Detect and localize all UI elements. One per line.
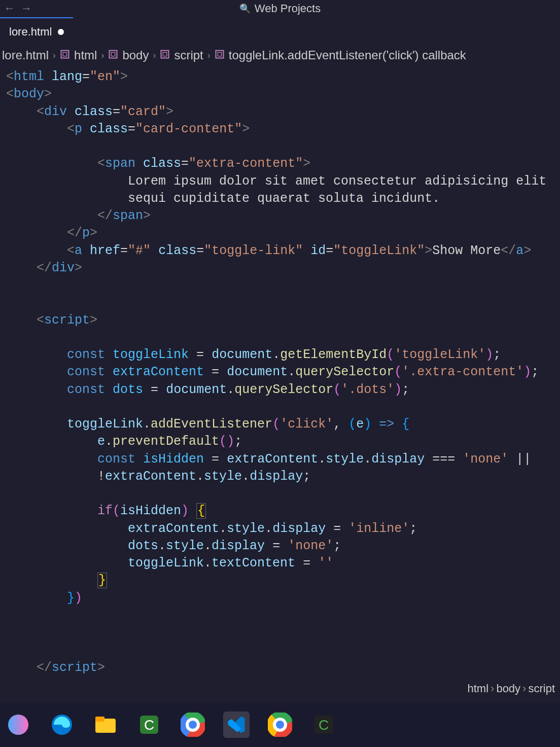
edge-taskbar-icon[interactable]: [49, 712, 75, 738]
breadcrumb-item[interactable]: html: [74, 48, 97, 62]
explorer-taskbar-icon[interactable]: [92, 712, 119, 738]
svg-rect-11: [95, 717, 104, 722]
copilot-taskbar-icon[interactable]: [5, 712, 31, 738]
tab-label: lore.html: [9, 25, 52, 39]
chevron-right-icon: ›: [207, 50, 211, 61]
code-line[interactable]: </p>: [6, 225, 560, 242]
svg-rect-0: [61, 51, 69, 58]
chevron-right-icon: ›: [153, 50, 156, 61]
code-line[interactable]: sequi cupiditate quaerat soluta incidunt…: [6, 190, 560, 207]
code-line[interactable]: extraContent.style.display = 'inline';: [6, 520, 560, 538]
svg-rect-7: [218, 52, 222, 56]
search-text: Web Projects: [255, 2, 321, 15]
breadcrumb[interactable]: lore.html›html›body›script›toggleLink.ad…: [0, 45, 560, 65]
code-line[interactable]: const toggleLink = document.getElementBy…: [6, 346, 560, 364]
code-line[interactable]: e.preventDefault();: [6, 433, 560, 450]
chrome-taskbar-icon[interactable]: [180, 712, 206, 738]
code-line[interactable]: <span class="extra-content">: [6, 155, 560, 172]
unsaved-dot-icon: [58, 29, 64, 35]
code-line[interactable]: <p class="card-content">: [6, 121, 560, 138]
code-line[interactable]: </script>: [6, 659, 560, 677]
breadcrumb-item[interactable]: body: [122, 48, 149, 62]
camtasia-taskbar-icon[interactable]: C: [136, 712, 162, 738]
code-line[interactable]: dots.style.display = 'none';: [6, 538, 560, 555]
code-line[interactable]: [6, 277, 560, 294]
chevron-right-icon: ›: [522, 682, 526, 695]
title-bar: ← → 🔍 Web Projects: [0, 0, 560, 17]
svg-rect-1: [63, 52, 67, 56]
svg-point-8: [8, 715, 28, 735]
code-line[interactable]: [6, 294, 560, 311]
status-bar: html›body›script: [468, 681, 561, 696]
code-line[interactable]: [6, 485, 560, 503]
code-line[interactable]: toggleLink.textContent = '': [6, 555, 560, 572]
code-line[interactable]: toggleLink.addEventListener('click', (e)…: [6, 416, 560, 433]
code-line[interactable]: }): [6, 590, 560, 607]
code-line[interactable]: [6, 624, 560, 642]
search-icon: 🔍: [239, 3, 251, 14]
code-line[interactable]: [6, 607, 560, 624]
svg-rect-4: [161, 51, 169, 58]
code-line[interactable]: [6, 642, 560, 659]
symbol-icon: [108, 48, 118, 62]
code-line[interactable]: Lorem ipsum dolor sit amet consectetur a…: [6, 173, 560, 190]
breadcrumb-item[interactable]: script: [174, 48, 203, 62]
chevron-right-icon: ›: [53, 50, 56, 61]
statusbar-breadcrumb-item[interactable]: body: [496, 682, 520, 695]
code-line[interactable]: }: [6, 572, 560, 589]
svg-rect-2: [110, 51, 117, 58]
taskbar: CC: [0, 702, 560, 747]
code-line[interactable]: [6, 329, 560, 346]
code-line[interactable]: <script>: [6, 312, 560, 329]
code-line[interactable]: [6, 138, 560, 155]
chevron-right-icon: ›: [491, 682, 494, 695]
code-line[interactable]: [6, 399, 560, 416]
code-line[interactable]: </div>: [6, 260, 560, 277]
symbol-icon: [60, 48, 70, 62]
svg-rect-6: [216, 51, 223, 58]
symbol-icon: [215, 48, 225, 62]
back-arrow-icon[interactable]: ←: [6, 3, 13, 15]
breadcrumb-item[interactable]: lore.html: [2, 48, 49, 62]
code-line[interactable]: const extraContent = document.querySelec…: [6, 364, 560, 381]
svg-point-18: [189, 721, 197, 729]
svg-text:C: C: [319, 717, 329, 733]
svg-rect-5: [163, 52, 167, 56]
code-line[interactable]: <html lang="en">: [6, 68, 560, 86]
chrome2-taskbar-icon[interactable]: [267, 712, 293, 738]
svg-text:C: C: [144, 717, 154, 733]
symbol-icon: [160, 48, 170, 62]
tab-bar: lore.html: [0, 17, 560, 45]
code-line[interactable]: const isHidden = extraContent.style.disp…: [6, 451, 560, 468]
code-line[interactable]: if(isHidden) {: [6, 503, 560, 520]
nav-arrows: ← →: [0, 3, 29, 15]
code-line[interactable]: const dots = document.querySelector('.do…: [6, 381, 560, 399]
statusbar-breadcrumb-item[interactable]: script: [528, 682, 555, 695]
code-line[interactable]: <div class="card">: [6, 103, 560, 121]
code-line[interactable]: </span>: [6, 207, 560, 225]
camtasia2-taskbar-icon[interactable]: C: [310, 712, 337, 738]
statusbar-breadcrumb-item[interactable]: html: [468, 682, 489, 695]
svg-point-23: [276, 721, 284, 729]
code-line[interactable]: <a href="#" class="toggle-link" id="togg…: [6, 242, 560, 260]
breadcrumb-item[interactable]: toggleLink.addEventListener('click') cal…: [229, 48, 466, 62]
command-center[interactable]: 🔍 Web Projects: [239, 2, 321, 15]
code-line[interactable]: <body>: [6, 86, 560, 103]
svg-rect-3: [112, 52, 116, 56]
editor-tab[interactable]: lore.html: [0, 17, 73, 45]
code-editor[interactable]: <html lang="en"><body> <div class="card"…: [0, 65, 560, 677]
forward-arrow-icon[interactable]: →: [23, 3, 29, 15]
chevron-right-icon: ›: [101, 50, 104, 61]
vscode-taskbar-icon[interactable]: [223, 712, 250, 738]
code-line[interactable]: !extraContent.style.display;: [6, 468, 560, 485]
